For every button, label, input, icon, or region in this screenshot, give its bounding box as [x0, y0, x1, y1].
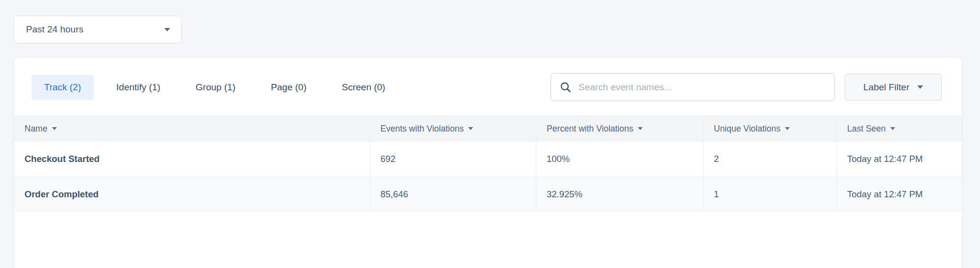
column-header-percent-with-violations[interactable]: Percent with Violations: [536, 116, 703, 141]
event-type-tabs: Track (2) Identify (1) Group (1) Page (0…: [31, 75, 408, 100]
tab-screen[interactable]: Screen (0): [329, 75, 398, 100]
tab-group[interactable]: Group (1): [183, 75, 248, 100]
column-header-last-seen[interactable]: Last Seen: [836, 116, 962, 141]
label-filter-label: Label Filter: [863, 82, 909, 93]
violations-panel: Track (2) Identify (1) Group (1) Page (0…: [14, 57, 962, 268]
percent-with-violations-cell: 32.925%: [536, 177, 703, 212]
column-header-events-with-violations[interactable]: Events with Violations: [370, 116, 536, 141]
event-name-cell: Checkout Started: [14, 141, 370, 176]
tab-track[interactable]: Track (2): [31, 75, 94, 100]
search-box: [551, 73, 835, 101]
last-seen-cell: Today at 12:47 PM: [836, 177, 962, 212]
unique-violations-cell: 1: [703, 177, 836, 212]
last-seen-cell: Today at 12:47 PM: [836, 141, 962, 176]
sort-caret-icon: [785, 127, 790, 130]
sort-caret-icon: [52, 127, 57, 130]
column-header-name[interactable]: Name: [14, 116, 370, 141]
label-filter-button[interactable]: Label Filter: [845, 74, 942, 101]
time-range-value: Past 24 hours: [26, 24, 83, 35]
tab-page[interactable]: Page (0): [258, 75, 319, 100]
table-row[interactable]: Checkout Started 692 100% 2 Today at 12:…: [14, 141, 962, 177]
table-header: Name Events with Violations Percent with…: [14, 116, 962, 141]
event-name-cell: Order Completed: [14, 177, 370, 212]
column-label: Unique Violations: [714, 124, 780, 134]
events-with-violations-cell: 85,646: [370, 177, 536, 212]
toolbar: Track (2) Identify (1) Group (1) Page (0…: [31, 73, 942, 101]
search-input[interactable]: [578, 74, 826, 101]
unique-violations-cell: 2: [703, 141, 836, 176]
column-label: Name: [25, 124, 48, 134]
time-range-select[interactable]: Past 24 hours: [14, 16, 181, 43]
column-label: Percent with Violations: [547, 124, 633, 134]
sort-caret-icon: [468, 127, 473, 130]
percent-with-violations-cell: 100%: [536, 141, 703, 176]
table-row[interactable]: Order Completed 85,646 32.925% 1 Today a…: [14, 177, 962, 212]
search-icon: [560, 81, 571, 93]
events-with-violations-cell: 692: [370, 141, 536, 176]
chevron-down-icon: [164, 28, 170, 31]
sort-caret-icon: [890, 127, 895, 130]
chevron-down-icon: [917, 85, 923, 89]
column-label: Events with Violations: [380, 124, 464, 134]
column-header-unique-violations[interactable]: Unique Violations: [703, 116, 836, 141]
column-label: Last Seen: [847, 124, 886, 134]
sort-caret-icon: [638, 127, 643, 130]
tab-identify[interactable]: Identify (1): [103, 75, 173, 100]
